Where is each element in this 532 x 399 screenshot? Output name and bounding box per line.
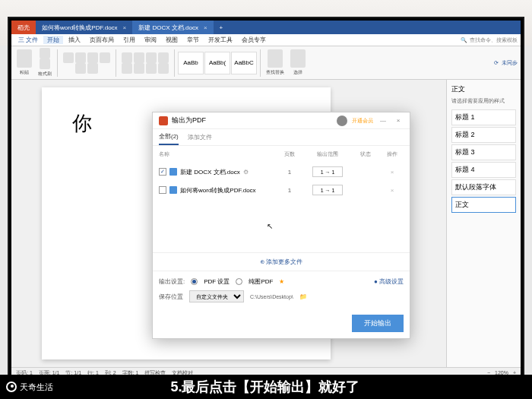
cursor-icon: ↖ bbox=[267, 222, 273, 230]
style-heading1[interactable]: AaBb( bbox=[204, 52, 230, 74]
minimize-icon[interactable]: — bbox=[378, 117, 388, 124]
underline-icon[interactable] bbox=[87, 52, 98, 63]
dialog-tab-add[interactable]: 添加文件 bbox=[188, 130, 212, 144]
file-row: 新建 DOCX 文档.docx ⚙ 1 × bbox=[153, 163, 410, 181]
menu-review[interactable]: 审阅 bbox=[141, 36, 160, 44]
range-input[interactable] bbox=[312, 185, 343, 195]
close-icon[interactable]: × bbox=[123, 24, 127, 31]
brand-name: 天奇生活 bbox=[20, 382, 53, 393]
select-icon[interactable] bbox=[290, 49, 306, 68]
copy-icon[interactable] bbox=[40, 59, 50, 69]
cut-icon[interactable] bbox=[40, 48, 50, 59]
menu-references[interactable]: 引用 bbox=[119, 36, 139, 44]
side-style-h1[interactable]: 标题 1 bbox=[451, 109, 516, 125]
find-icon[interactable] bbox=[268, 49, 283, 68]
side-panel-desc: 请选择需要应用的样式 bbox=[451, 97, 516, 105]
align-center-icon[interactable] bbox=[134, 63, 144, 74]
radio-pdf[interactable] bbox=[191, 278, 198, 285]
align-justify-icon[interactable] bbox=[158, 63, 169, 74]
radio-image-pdf[interactable] bbox=[236, 278, 242, 285]
folder-icon[interactable]: 📁 bbox=[299, 293, 307, 300]
highlight-icon[interactable] bbox=[75, 63, 86, 74]
export-pdf-dialog: 输出为PDF 开通会员 — × 全部(2) 添加文件 名称 页数 输出范围 状态… bbox=[152, 112, 410, 339]
advanced-settings-link[interactable]: ● 高级设置 bbox=[374, 277, 404, 286]
menu-layout[interactable]: 页面布局 bbox=[86, 36, 118, 44]
menu-home[interactable]: 开始 bbox=[43, 36, 63, 44]
app-tab-label: 稻壳 bbox=[17, 24, 30, 32]
doc-tab-2[interactable]: 新建 DOCX 文档.docx × bbox=[132, 21, 213, 34]
save-location-select[interactable]: 自定义文件夹 bbox=[189, 290, 244, 302]
file-name: 如何将word转换成PDF.docx bbox=[180, 186, 256, 195]
menu-section[interactable]: 章节 bbox=[183, 36, 203, 44]
menubar: 三 文件 开始 插入 页面布局 引用 审阅 视图 章节 开发工具 会员专享 🔍 … bbox=[11, 34, 521, 46]
paste-icon[interactable] bbox=[17, 49, 32, 68]
vip-link[interactable]: 开通会员 bbox=[352, 117, 373, 125]
vip-badge-icon: ★ bbox=[279, 278, 284, 285]
remove-file-icon[interactable]: × bbox=[381, 187, 404, 194]
close-icon[interactable]: × bbox=[393, 117, 404, 124]
command-search[interactable]: 🔍 查找命令、搜索模板 bbox=[461, 36, 518, 44]
side-panel-title: 正文 bbox=[451, 84, 516, 94]
remove-file-icon[interactable]: × bbox=[381, 169, 404, 176]
new-tab[interactable]: + bbox=[214, 21, 230, 34]
font-color-icon[interactable] bbox=[87, 63, 98, 74]
search-icon: 🔍 bbox=[461, 37, 467, 43]
file-checkbox[interactable] bbox=[159, 168, 166, 176]
docx-icon bbox=[169, 186, 177, 194]
side-style-body[interactable]: 正文 bbox=[451, 197, 516, 213]
col-name: 名称 bbox=[159, 150, 274, 158]
save-path: C:\Users\Desktop\ bbox=[250, 294, 293, 299]
menu-vip[interactable]: 会员专享 bbox=[238, 36, 270, 44]
col-action: 操作 bbox=[381, 150, 404, 158]
find-label: 查找替换 bbox=[266, 69, 284, 76]
gear-icon[interactable]: ⚙ bbox=[243, 169, 249, 176]
numbered-list-icon[interactable] bbox=[134, 52, 144, 63]
dialog-tab-all[interactable]: 全部(2) bbox=[159, 129, 179, 145]
align-right-icon[interactable] bbox=[146, 63, 157, 74]
video-caption: 天奇生活 5.最后点击【开始输出】就好了 bbox=[0, 375, 532, 399]
italic-icon[interactable] bbox=[75, 52, 86, 63]
start-export-button[interactable]: 开始输出 bbox=[352, 315, 404, 332]
dialog-title: 输出为PDF bbox=[172, 116, 206, 125]
bold-icon[interactable] bbox=[63, 52, 74, 63]
sync-label: 未同步 bbox=[502, 59, 518, 67]
style-normal[interactable]: AaBb bbox=[178, 52, 204, 74]
menu-view[interactable]: 视图 bbox=[162, 36, 182, 44]
radio-image-pdf-label: 纯图PDF bbox=[249, 277, 273, 286]
format-painter-label: 格式刷 bbox=[38, 71, 52, 78]
style-heading2[interactable]: AaBbC bbox=[231, 52, 257, 74]
menu-file[interactable]: 三 文件 bbox=[14, 36, 42, 44]
styles-side-panel: 正文 请选择需要应用的样式 标题 1 标题 2 标题 3 标题 4 默认段落字体… bbox=[446, 80, 521, 367]
col-range: 输出范围 bbox=[305, 150, 350, 158]
strike-icon[interactable] bbox=[100, 52, 110, 63]
file-checkbox[interactable] bbox=[159, 186, 166, 194]
menu-insert[interactable]: 插入 bbox=[65, 36, 84, 44]
file-name: 新建 DOCX 文档.docx bbox=[180, 168, 240, 176]
bullet-list-icon[interactable] bbox=[122, 52, 132, 63]
side-style-h3[interactable]: 标题 3 bbox=[451, 144, 516, 160]
range-input[interactable] bbox=[312, 166, 343, 177]
window-titlebar: 稻壳 如何将word转换成PDF.docx × 新建 DOCX 文档.docx … bbox=[11, 21, 521, 34]
ribbon-toolbar: 粘贴 格式刷 bbox=[11, 46, 521, 80]
pdf-icon bbox=[159, 116, 168, 125]
add-files-button[interactable]: ⊕ 添加更多文件 bbox=[153, 252, 410, 271]
side-style-default[interactable]: 默认段落字体 bbox=[451, 179, 516, 195]
sync-icon[interactable]: ⟳ bbox=[494, 60, 499, 66]
app-tab-wps[interactable]: 稻壳 bbox=[11, 21, 36, 34]
avatar[interactable] bbox=[337, 116, 347, 126]
col-status: 状态 bbox=[350, 150, 381, 158]
style-gallery[interactable]: AaBb AaBb( AaBbC bbox=[178, 52, 257, 74]
caption-text: 5.最后点击【开始输出】就好了 bbox=[59, 378, 471, 396]
paste-label: 粘贴 bbox=[20, 69, 29, 76]
side-style-h2[interactable]: 标题 2 bbox=[451, 127, 516, 143]
radio-pdf-label: PDF 设置 bbox=[204, 277, 230, 286]
indent-dec-icon[interactable] bbox=[146, 52, 157, 63]
output-setting-label: 输出设置: bbox=[159, 277, 185, 286]
file-row: 如何将word转换成PDF.docx 1 × bbox=[153, 181, 410, 199]
doc-tab-1[interactable]: 如何将word转换成PDF.docx × bbox=[36, 21, 132, 34]
align-left-icon[interactable] bbox=[122, 63, 132, 74]
menu-devtools[interactable]: 开发工具 bbox=[204, 36, 236, 44]
side-style-h4[interactable]: 标题 4 bbox=[451, 162, 516, 178]
indent-inc-icon[interactable] bbox=[158, 52, 169, 63]
close-icon[interactable]: × bbox=[204, 24, 207, 31]
